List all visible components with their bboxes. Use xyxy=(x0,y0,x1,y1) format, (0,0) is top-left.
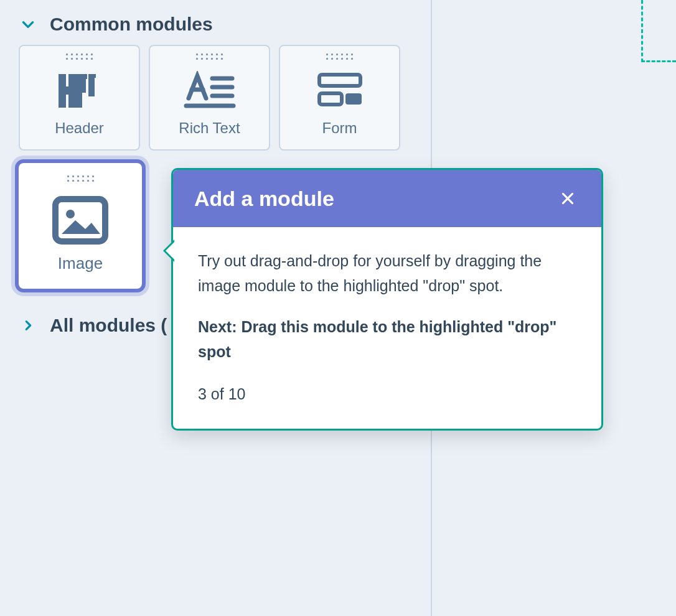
svg-rect-9 xyxy=(91,74,96,78)
module-image[interactable]: Image xyxy=(15,159,146,292)
popover-step-count: 3 of 10 xyxy=(198,381,576,406)
popover-body: Try out drag-and-drop for yourself by dr… xyxy=(173,227,601,429)
module-label: Header xyxy=(55,119,104,137)
header-icon xyxy=(55,68,105,113)
popover-body-text: Try out drag-and-drop for yourself by dr… xyxy=(198,248,576,298)
section-common-title: Common modules xyxy=(50,14,213,35)
popover-title: Add a module xyxy=(194,187,334,211)
drag-grip-icon xyxy=(326,54,353,60)
section-all-title: All modules ( xyxy=(50,315,167,336)
module-label: Form xyxy=(322,119,357,137)
svg-rect-17 xyxy=(345,93,362,105)
tutorial-popover: Add a module Try out drag-and-drop for y… xyxy=(171,168,603,431)
image-icon xyxy=(50,190,110,250)
drop-zone-hint xyxy=(641,0,676,62)
drag-grip-icon xyxy=(67,175,94,182)
popover-next-text: Next: Drag this module to the highlighte… xyxy=(198,314,576,364)
module-form[interactable]: Form xyxy=(279,45,400,151)
svg-rect-7 xyxy=(59,87,82,95)
section-common-header[interactable]: Common modules xyxy=(0,0,676,41)
popover-header: Add a module xyxy=(173,170,601,227)
form-icon xyxy=(316,68,364,113)
module-label: Rich Text xyxy=(179,119,240,137)
rich-text-icon xyxy=(184,68,236,113)
module-header[interactable]: Header xyxy=(19,45,140,151)
svg-rect-16 xyxy=(319,93,342,105)
popover-pointer xyxy=(163,240,174,262)
svg-point-19 xyxy=(66,210,75,218)
close-icon[interactable] xyxy=(555,186,580,211)
module-rich-text[interactable]: Rich Text xyxy=(149,45,270,151)
module-label: Image xyxy=(58,254,103,273)
drag-grip-icon xyxy=(196,54,223,60)
chevron-down-icon xyxy=(20,16,36,32)
chevron-right-icon xyxy=(20,317,36,334)
drag-grip-icon xyxy=(66,54,93,60)
svg-rect-18 xyxy=(55,199,105,241)
svg-rect-15 xyxy=(319,75,360,86)
